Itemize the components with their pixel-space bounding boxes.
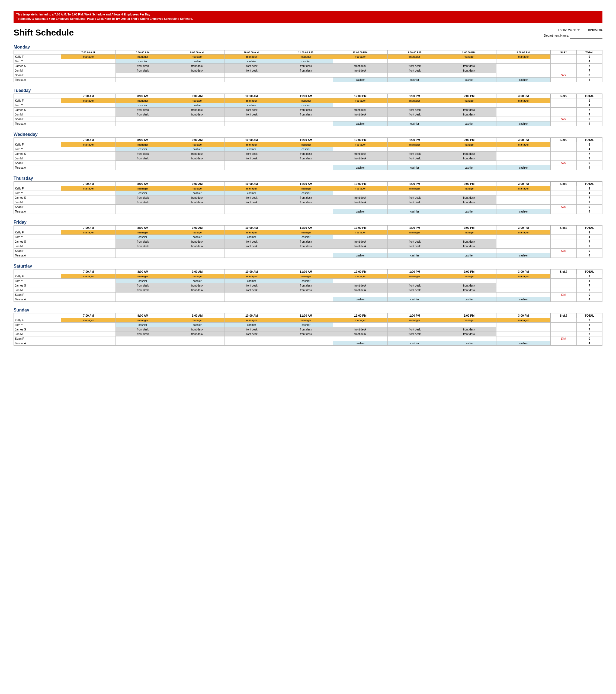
employee-name: Teresa A [14, 209, 61, 214]
table-row: Sean P Sick0 [14, 336, 602, 341]
shift-slot: front desk [170, 283, 224, 288]
shift-slot: cashier [170, 323, 224, 327]
shift-slot: front desk [387, 68, 442, 73]
shift-slot: front desk [442, 332, 496, 336]
col-header-name [14, 51, 61, 54]
shift-slot: manager [496, 318, 551, 323]
shift-slot: manager [279, 230, 333, 235]
shift-slot: front desk [279, 244, 333, 249]
shift-slot: manager [496, 274, 551, 279]
shift-slot [496, 103, 551, 108]
shift-slot [333, 235, 388, 239]
shift-slot [61, 341, 116, 346]
day-section-tuesday: Tuesday7:00 AM8:00 AM9:00 AM10:00 AM11:0… [14, 88, 602, 126]
col-header-time: 7:00 AM [61, 138, 116, 142]
shift-slot: front desk [224, 332, 279, 336]
shift-slot: manager [333, 142, 388, 147]
shift-slot [279, 293, 333, 297]
shift-slot: manager [224, 318, 279, 323]
shift-slot: manager [224, 98, 279, 103]
shift-slot [116, 117, 170, 122]
shift-slot: cashier [224, 103, 279, 108]
col-header-time: 10:00 AM [224, 313, 279, 318]
col-header-time: Sick? [551, 225, 576, 230]
shift-slot [170, 209, 224, 214]
col-header-time: 2:00 PM [442, 313, 496, 318]
table-row: Jon M front deskfront deskfront deskfron… [14, 68, 602, 73]
col-header-time: TOTAL [576, 182, 602, 186]
shift-slot: cashier [496, 122, 551, 126]
banner-line1: This template is limited to a 7:00 A.M. … [16, 13, 600, 17]
shift-slot [61, 235, 116, 239]
total-cell: 7 [576, 200, 602, 205]
shift-slot [224, 293, 279, 297]
sick-cell [551, 112, 576, 117]
shift-slot [279, 122, 333, 126]
shift-slot: manager [442, 98, 496, 103]
sick-cell: Sick [551, 161, 576, 165]
shift-slot [496, 156, 551, 161]
shift-slot: cashier [116, 103, 170, 108]
shift-slot [61, 279, 116, 283]
col-header-time: 7:00 AM [61, 94, 116, 98]
shift-slot [170, 161, 224, 165]
shift-slot: front desk [279, 151, 333, 156]
shift-slot: manager [496, 54, 551, 59]
shift-slot: cashier [170, 191, 224, 196]
employee-name: Sean P [14, 249, 61, 253]
shift-slot [387, 59, 442, 64]
employee-name: Jon M [14, 156, 61, 161]
total-cell: 7 [576, 239, 602, 244]
shift-slot: cashier [170, 59, 224, 64]
banner[interactable]: This template is limited to a 7:00 A.M. … [14, 11, 602, 23]
table-row: Jon M front deskfront deskfront deskfron… [14, 112, 602, 117]
shift-slot [170, 341, 224, 346]
shift-slot [279, 165, 333, 170]
shift-slot [279, 249, 333, 253]
table-row: Tom Y cashiercashiercashiercashier 4 [14, 235, 602, 239]
sick-cell [551, 156, 576, 161]
shift-slot: manager [442, 186, 496, 191]
shift-slot [442, 249, 496, 253]
shift-slot: manager [170, 98, 224, 103]
total-cell: 4 [576, 235, 602, 239]
table-row: James S front deskfront deskfront deskfr… [14, 239, 602, 244]
shift-slot: front desk [224, 156, 279, 161]
col-header-time: TOTAL [576, 225, 602, 230]
shift-slot: cashier [224, 191, 279, 196]
shift-slot: manager [387, 54, 442, 59]
total-cell: 0 [576, 161, 602, 165]
schedule-container: Monday7:00:00 A.M.8:00:00 A.M.9:00:00 A.… [14, 45, 602, 346]
shift-slot: front desk [170, 68, 224, 73]
title-row: Shift Schedule For the Week of: 10/18/20… [14, 28, 602, 39]
shift-slot [333, 323, 388, 327]
table-row: Kelly Fmanagermanagermanagermanagermanag… [14, 186, 602, 191]
shift-slot [170, 165, 224, 170]
shift-slot: front desk [116, 288, 170, 293]
shift-slot: manager [116, 318, 170, 323]
col-header-time: 1:00 PM [387, 138, 442, 142]
shift-slot: manager [170, 274, 224, 279]
shift-slot: cashier [333, 253, 388, 258]
shift-slot: front desk [279, 68, 333, 73]
shift-slot: front desk [333, 196, 388, 200]
col-header-time: 3:00 PM [496, 225, 551, 230]
shift-slot: front desk [170, 332, 224, 336]
col-header-time: 1:00 PM [387, 225, 442, 230]
shift-slot: front desk [442, 64, 496, 68]
employee-name: Kelly F [14, 98, 61, 103]
col-header-time: Sick? [551, 94, 576, 98]
shift-slot: cashier [496, 77, 551, 82]
shift-slot: manager [387, 142, 442, 147]
shift-slot [442, 279, 496, 283]
total-cell: 4 [576, 103, 602, 108]
shift-slot [333, 147, 388, 151]
shift-slot [224, 336, 279, 341]
shift-slot: manager [496, 142, 551, 147]
shift-slot: cashier [224, 323, 279, 327]
day-header: Monday [14, 45, 602, 50]
shift-slot [61, 77, 116, 82]
shift-slot [61, 239, 116, 244]
shift-slot [61, 68, 116, 73]
day-table: 7:00:00 A.M.8:00:00 A.M.9:00:00 A.M.10:0… [14, 50, 602, 82]
